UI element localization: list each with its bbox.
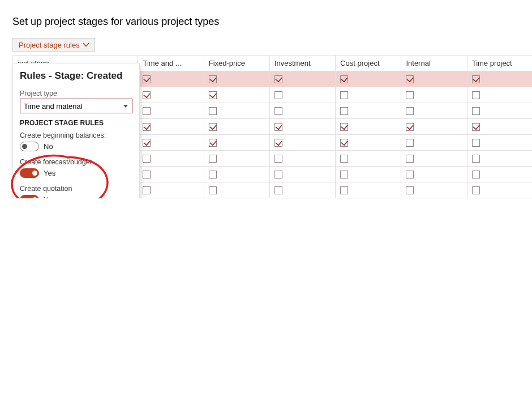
checkbox-cell[interactable] (401, 151, 467, 167)
checkbox[interactable] (472, 91, 480, 99)
checkbox[interactable] (143, 107, 151, 115)
checkbox-cell[interactable] (336, 135, 401, 151)
checkbox[interactable] (143, 91, 151, 99)
checkbox[interactable] (340, 186, 348, 194)
checkbox-cell[interactable] (138, 71, 204, 87)
checkbox[interactable] (472, 171, 480, 178)
checkbox[interactable] (340, 139, 348, 147)
checkbox-cell[interactable] (336, 151, 401, 167)
checkbox[interactable] (472, 123, 480, 131)
checkbox[interactable] (274, 155, 282, 163)
checkbox-cell[interactable] (204, 151, 269, 167)
checkbox[interactable] (143, 186, 151, 194)
checkbox-cell[interactable] (401, 182, 467, 198)
checkbox[interactable] (406, 155, 414, 163)
checkbox[interactable] (209, 75, 217, 83)
checkbox[interactable] (274, 75, 282, 83)
checkbox[interactable] (274, 139, 282, 147)
checkbox[interactable] (340, 123, 348, 131)
project-stage-rules-dropdown[interactable]: Project stage rules (12, 38, 95, 52)
checkbox-cell[interactable] (269, 182, 335, 198)
checkbox[interactable] (472, 139, 480, 147)
checkbox[interactable] (472, 186, 480, 194)
checkbox-cell[interactable] (401, 71, 467, 87)
checkbox-cell[interactable] (401, 167, 467, 182)
checkbox[interactable] (472, 75, 480, 83)
checkbox-cell[interactable] (336, 103, 401, 119)
checkbox-cell[interactable] (269, 151, 335, 167)
checkbox-cell[interactable] (336, 167, 401, 182)
checkbox-cell[interactable] (269, 119, 335, 135)
checkbox[interactable] (274, 107, 282, 115)
checkbox[interactable] (143, 75, 151, 83)
checkbox[interactable] (340, 91, 348, 99)
checkbox[interactable] (406, 171, 414, 178)
checkbox-cell[interactable] (467, 182, 532, 198)
checkbox[interactable] (406, 91, 414, 99)
checkbox-cell[interactable] (138, 182, 204, 198)
checkbox-cell[interactable] (269, 87, 335, 103)
checkbox[interactable] (472, 155, 480, 163)
checkbox[interactable] (209, 139, 217, 147)
checkbox[interactable] (406, 139, 414, 147)
checkbox[interactable] (406, 107, 414, 115)
checkbox[interactable] (472, 107, 480, 115)
column-header-type[interactable]: Cost project (336, 56, 401, 71)
checkbox-cell[interactable] (467, 87, 532, 103)
checkbox[interactable] (143, 155, 151, 163)
checkbox[interactable] (406, 75, 414, 83)
checkbox-cell[interactable] (401, 87, 467, 103)
checkbox[interactable] (143, 123, 151, 131)
checkbox-cell[interactable] (269, 71, 335, 87)
checkbox-cell[interactable] (269, 167, 335, 182)
checkbox[interactable] (209, 186, 217, 194)
checkbox[interactable] (143, 171, 151, 178)
checkbox[interactable] (340, 171, 348, 178)
checkbox[interactable] (209, 107, 217, 115)
checkbox-cell[interactable] (138, 87, 204, 103)
checkbox-cell[interactable] (204, 87, 269, 103)
checkbox-cell[interactable] (401, 135, 467, 151)
checkbox-cell[interactable] (336, 119, 401, 135)
checkbox-cell[interactable] (138, 119, 204, 135)
checkbox[interactable] (209, 123, 217, 131)
checkbox[interactable] (209, 155, 217, 163)
checkbox-cell[interactable] (204, 71, 269, 87)
checkbox-cell[interactable] (138, 135, 204, 151)
checkbox-cell[interactable] (336, 71, 401, 87)
checkbox[interactable] (274, 123, 282, 131)
checkbox-cell[interactable] (204, 167, 269, 182)
checkbox-cell[interactable] (467, 103, 532, 119)
checkbox[interactable] (406, 186, 414, 194)
checkbox[interactable] (274, 171, 282, 178)
checkbox[interactable] (340, 155, 348, 163)
checkbox-cell[interactable] (467, 151, 532, 167)
checkbox-cell[interactable] (204, 135, 269, 151)
checkbox[interactable] (406, 123, 414, 131)
toggle-switch[interactable] (20, 142, 39, 151)
checkbox-cell[interactable] (467, 119, 532, 135)
checkbox-cell[interactable] (336, 182, 401, 198)
project-type-select[interactable]: Time and material (20, 99, 132, 113)
checkbox-cell[interactable] (138, 151, 204, 167)
checkbox[interactable] (209, 91, 217, 99)
checkbox-cell[interactable] (467, 167, 532, 182)
column-header-type[interactable]: Time project (467, 56, 532, 71)
checkbox-cell[interactable] (467, 135, 532, 151)
toggle-switch[interactable] (20, 168, 39, 178)
checkbox-cell[interactable] (401, 103, 467, 119)
checkbox[interactable] (274, 91, 282, 99)
checkbox[interactable] (340, 75, 348, 83)
checkbox-cell[interactable] (336, 87, 401, 103)
checkbox[interactable] (274, 186, 282, 194)
toggle-switch[interactable] (20, 195, 39, 198)
column-header-type[interactable]: Internal (401, 56, 467, 71)
checkbox-cell[interactable] (467, 71, 532, 87)
checkbox-cell[interactable] (269, 135, 335, 151)
checkbox[interactable] (143, 139, 151, 147)
column-header-type[interactable]: Investment (269, 56, 335, 71)
column-header-type[interactable]: Time and ... (138, 56, 204, 71)
checkbox-cell[interactable] (204, 182, 269, 198)
checkbox-cell[interactable] (204, 103, 269, 119)
checkbox-cell[interactable] (401, 119, 467, 135)
